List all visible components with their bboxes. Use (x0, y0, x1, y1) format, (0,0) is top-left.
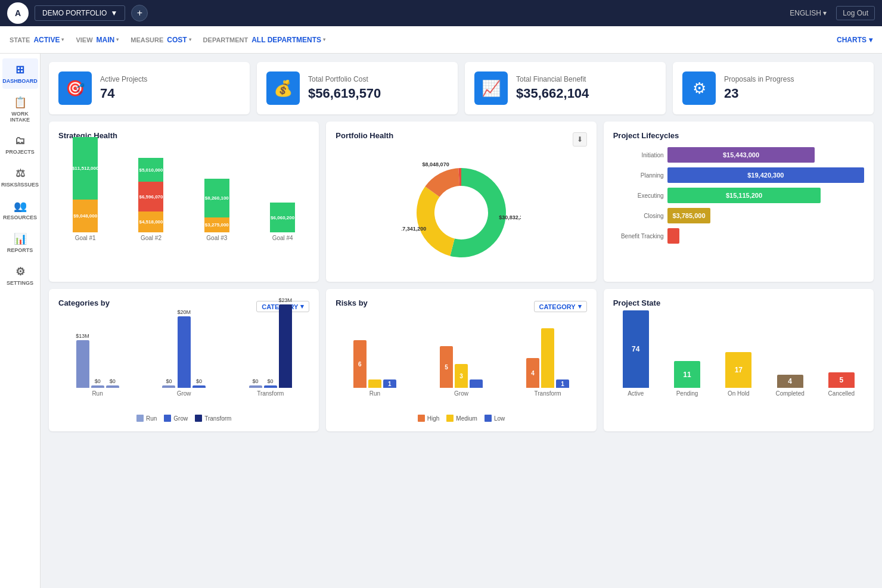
measure-label: MEASURE (131, 36, 163, 43)
filter-bar: STATE ACTIVE ▾ VIEW MAIN ▾ MEASURE COST … (0, 26, 882, 54)
lifecycle-row: Benefit Tracking (613, 228, 864, 244)
measure-value[interactable]: COST ▾ (167, 36, 191, 44)
portfolio-label: DEMO PORTFOLIO (42, 9, 107, 17)
kpi-title-1: Total Portfolio Cost (308, 75, 381, 83)
add-button[interactable]: + (131, 5, 148, 21)
sidebar-item-reports[interactable]: 📊 REPORTS (2, 228, 38, 258)
legend-dot (446, 415, 454, 422)
categories-legend: RunGrowTransform (58, 415, 309, 422)
download-button[interactable]: ⬇ (573, 132, 587, 147)
lifecycle-bar (667, 228, 679, 244)
sidebar-item-dashboard[interactable]: ⊞ DASHBOARD (2, 58, 38, 89)
state-label: STATE (10, 36, 30, 43)
logout-button[interactable]: Log Out (836, 6, 875, 20)
sidebar-label-resources: RESOURCES (3, 214, 37, 220)
portfolio-dropdown-arrow: ▼ (110, 9, 117, 17)
sidebar-item-projects[interactable]: 🗂 PROJECTS (2, 130, 38, 160)
lifecycle-label: Initiation (613, 152, 664, 158)
charts-button[interactable]: CHARTS ▾ (837, 36, 872, 44)
legend-item: Transform (195, 415, 231, 422)
kpi-value-3: 23 (724, 86, 794, 101)
lifecycle-bar-wrap: $15,443,000 (667, 147, 864, 163)
legend-item: Low (485, 415, 505, 422)
lifecycle-chart: Initiation $15,443,000 Planning $19,420,… (613, 147, 864, 244)
state-value[interactable]: ACTIVE ▾ (33, 36, 64, 44)
risks-by-card: Risks by CATEGORY ▾ 6 1 Run 5 3 (326, 289, 596, 431)
donut-chart: $30,832,300$17,341,200$8,048,070 (336, 153, 586, 272)
lifecycle-bar-wrap: $15,115,200 (667, 188, 864, 203)
view-value[interactable]: MAIN ▾ (97, 36, 119, 44)
kpi-info-1: Total Portfolio Cost $56,619,570 (308, 75, 381, 101)
sidebar-label-work-intake: WORK INTAKE (6, 111, 35, 123)
settings-icon: ⚙ (15, 265, 25, 278)
portfolio-health-header: Portfolio Health ⬇ (336, 131, 586, 147)
department-filter[interactable]: DEPARTMENT ALL DEPARTMENTS ▾ (203, 36, 325, 44)
lifecycle-row: Closing $3,785,000 (613, 208, 864, 223)
kpi-title-3: Proposals in Progress (724, 75, 794, 83)
legend-item: Run (136, 415, 157, 422)
svg-text:$30,832,300: $30,832,300 (499, 214, 521, 220)
project-lifecycles-card: Project Lifecycles Initiation $15,443,00… (604, 122, 874, 282)
kpi-value-0: 74 (100, 86, 147, 101)
kpi-card-1: 💰 Total Portfolio Cost $56,619,570 (257, 62, 458, 114)
sidebar: ⊞ DASHBOARD 📋 WORK INTAKE 🗂 PROJECTS ⚖ R… (0, 54, 41, 588)
state-filter[interactable]: STATE ACTIVE ▾ (10, 36, 64, 44)
department-value[interactable]: ALL DEPARTMENTS ▾ (251, 36, 325, 44)
kpi-icon-0: 🎯 (58, 71, 92, 105)
risks-legend: HighMediumLow (336, 415, 586, 422)
project-state-title: Project State (613, 298, 864, 307)
logo: A (7, 2, 29, 24)
lifecycle-bar: $3,785,000 (667, 208, 711, 223)
project-lifecycles-title: Project Lifecycles (613, 131, 864, 140)
sidebar-item-work-intake[interactable]: 📋 WORK INTAKE (2, 91, 38, 127)
svg-text:$8,048,070: $8,048,070 (423, 161, 449, 167)
sidebar-label-projects: PROJECTS (5, 149, 35, 155)
view-label: VIEW (76, 36, 92, 43)
risks-chart: 6 1 Run 5 3 Grow 4 1 (336, 321, 586, 410)
view-arrow: ▾ (116, 37, 119, 42)
top-nav: A DEMO PORTFOLIO ▼ + ENGLISH ▾ Log Out (0, 0, 882, 26)
sidebar-item-risks-issues[interactable]: ⚖ RISKS/ISSUES (2, 162, 38, 192)
language-selector[interactable]: ENGLISH ▾ (790, 9, 827, 17)
kpi-title-0: Active Projects (100, 75, 147, 83)
state-arrow: ▾ (61, 37, 64, 42)
lifecycle-bar-wrap: $3,785,000 (667, 208, 864, 223)
portfolio-health-card: Portfolio Health ⬇ $30,832,300$17,341,20… (326, 122, 596, 282)
sidebar-item-settings[interactable]: ⚙ SETTINGS (2, 260, 38, 291)
lifecycle-label: Executing (613, 192, 664, 199)
lifecycle-row: Initiation $15,443,000 (613, 147, 864, 163)
projects-icon: 🗂 (15, 135, 26, 147)
department-arrow: ▾ (323, 37, 325, 42)
project-state-card: Project State 74 Active 11 Pending 17 On… (604, 289, 874, 431)
legend-dot (195, 415, 202, 422)
sidebar-label-risks: RISKS/ISSUES (1, 182, 39, 188)
risks-dropdown[interactable]: CATEGORY ▾ (534, 301, 587, 312)
categories-by-title: Categories by (58, 298, 110, 307)
resources-icon: 👥 (14, 200, 27, 213)
sidebar-item-resources[interactable]: 👥 RESOURCES (2, 195, 38, 225)
content-area: 🎯 Active Projects 74 💰 Total Portfolio C… (41, 54, 882, 588)
strategic-health-chart: $9,048,000$11,512,000 Goal #1 $4,518,000… (58, 147, 309, 254)
kpi-card-3: ⚙ Proposals in Progress 23 (673, 62, 874, 114)
portfolio-health-title: Portfolio Health (336, 131, 393, 140)
kpi-info-3: Proposals in Progress 23 (724, 75, 794, 101)
kpi-row: 🎯 Active Projects 74 💰 Total Portfolio C… (49, 62, 874, 114)
lifecycle-bar: $15,443,000 (667, 147, 815, 163)
sidebar-label-dashboard: DASHBOARD (2, 78, 38, 84)
view-filter[interactable]: VIEW MAIN ▾ (76, 36, 119, 44)
lifecycle-bar: $15,115,200 (667, 188, 821, 203)
lifecycle-bar: $19,420,300 (667, 167, 864, 183)
main-layout: ⊞ DASHBOARD 📋 WORK INTAKE 🗂 PROJECTS ⚖ R… (0, 54, 882, 588)
portfolio-button[interactable]: DEMO PORTFOLIO ▼ (35, 5, 125, 21)
kpi-value-2: $35,662,104 (516, 86, 589, 101)
legend-dot (418, 415, 425, 422)
svg-text:$17,341,200: $17,341,200 (402, 226, 426, 232)
categories-chart: $13M $0 $0 Run $0 $20M $0 Grow (58, 321, 309, 410)
lifecycle-bar-wrap: $19,420,300 (667, 167, 864, 183)
risks-by-title: Risks by (336, 298, 367, 307)
charts-arrow: ▾ (869, 36, 872, 44)
measure-filter[interactable]: MEASURE COST ▾ (131, 36, 191, 44)
legend-item: Grow (164, 415, 188, 422)
state-chart: 74 Active 11 Pending 17 On Hold 4 Comple… (613, 315, 864, 410)
kpi-title-2: Total Financial Benefit (516, 75, 589, 83)
